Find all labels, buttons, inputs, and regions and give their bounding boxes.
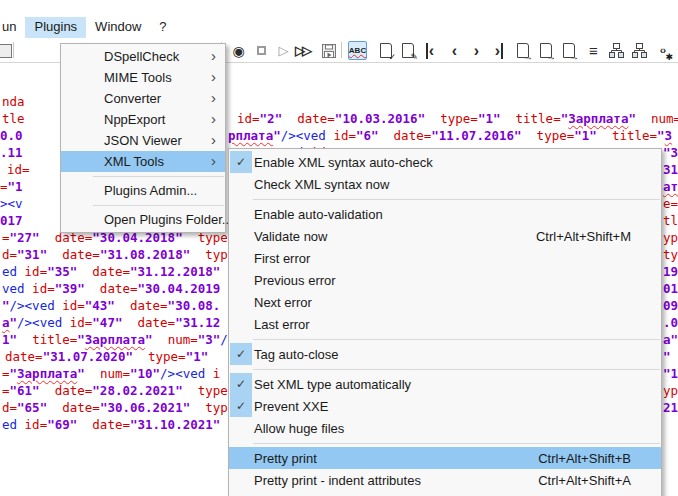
plugins-menu-item-xml-tools[interactable]: XML Tools› xyxy=(61,151,225,172)
editor-text-line: ed id="35" date="31.12.2018" xyxy=(2,263,220,280)
xml-tools-menu-item-next-error[interactable]: Next error xyxy=(229,291,661,313)
xml-gear-icon[interactable]: ‹›✱ xyxy=(653,41,672,60)
editor-text-line: tl xyxy=(663,212,678,229)
xml-tools-menu-item-check-xml-syntax-now[interactable]: Check XML syntax now xyxy=(229,173,661,195)
xml-tools-menu-item-prevent-xxe[interactable]: ✓Prevent XXE xyxy=(229,395,661,417)
doc-check-icon[interactable]: ✓ xyxy=(376,41,395,60)
tree-view-icon[interactable] xyxy=(607,41,626,60)
editor-text-line: date="31.07.2020" type="1" xyxy=(5,348,208,365)
plugins-menu-item-plugins-admin[interactable]: Plugins Admin... xyxy=(61,180,225,201)
submenu-arrow-icon: › xyxy=(211,132,216,147)
next-error-nav-icon[interactable]: › xyxy=(467,41,486,60)
menubar-item-help[interactable]: ? xyxy=(150,17,175,38)
macro-save-icon[interactable] xyxy=(319,41,338,60)
first-error-nav-icon[interactable]: ‹ xyxy=(421,41,440,60)
plugins-menu-separator xyxy=(93,176,224,177)
menubar-item-plugins[interactable]: Plugins xyxy=(25,17,86,38)
prev-error-nav-icon[interactable]: ‹ xyxy=(445,41,464,60)
submenu-arrow-icon: › xyxy=(211,69,216,84)
editor-text-line: рплата"/><ved id="6" date="11.07.2016" t… xyxy=(228,127,672,144)
last-error-nav-icon[interactable]: › xyxy=(489,41,508,60)
xml-tools-menu-separator xyxy=(253,443,660,444)
plugins-menu-item-label: Open Plugins Folder... xyxy=(61,212,233,227)
plugins-menu-item-open-plugins-folder[interactable]: Open Plugins Folder... xyxy=(61,209,225,230)
xml-tools-menu-item-first-error[interactable]: First error xyxy=(229,247,661,269)
doc-edit-icon[interactable]: ✎ xyxy=(398,41,417,60)
doc-arrow-icon[interactable]: → xyxy=(536,41,555,60)
editor-text-line: 0.0 xyxy=(0,127,23,144)
editor-text-line: e= xyxy=(663,195,678,212)
xml-tools-menu-item-pretty-print-indent-attributes[interactable]: Pretty print - indent attributesCtrl+Alt… xyxy=(229,469,661,491)
doc-arrow-icon[interactable]: → xyxy=(559,41,578,60)
macro-record-icon[interactable]: ◉ xyxy=(229,41,248,60)
submenu-arrow-icon: › xyxy=(211,90,216,105)
plugins-menu-item-label: Converter xyxy=(61,91,161,106)
xml-tools-menu-item-allow-huge-files[interactable]: Allow huge files xyxy=(229,417,661,439)
checkmark-icon: ✓ xyxy=(230,395,252,417)
plugins-menu-item-label: Plugins Admin... xyxy=(61,183,197,198)
macro-run-multiple-icon[interactable]: ▷▷ xyxy=(294,41,313,60)
editor-text-line: nda xyxy=(2,93,25,110)
plugins-menu-item-converter[interactable]: Converter› xyxy=(61,88,225,109)
macro-stop-icon[interactable] xyxy=(252,41,271,60)
plugins-menu-item-label: XML Tools xyxy=(61,154,164,169)
editor-text-line: 21 xyxy=(663,399,678,416)
menubar-item-run[interactable]: un xyxy=(0,17,25,38)
doc-arrow-icon[interactable]: → xyxy=(513,41,532,60)
xml-tools-menu-item-label: Enable auto-validation xyxy=(229,207,383,222)
xml-tools-menu-separator xyxy=(253,369,660,370)
editor-text-line: ty xyxy=(663,246,678,263)
xml-tools-menu-item-validate-now[interactable]: Validate nowCtrl+Alt+Shift+M xyxy=(229,225,661,247)
xml-tools-menu-item-pretty-print[interactable]: Pretty printCtrl+Alt+Shift+B xyxy=(229,447,661,469)
plugins-menu-item-nppexport[interactable]: NppExport› xyxy=(61,109,225,130)
editor-text-line: ><v xyxy=(0,195,23,212)
editor-text-line: .11 xyxy=(0,144,23,161)
xml-tools-menu-item-last-error[interactable]: Last error xyxy=(229,313,661,335)
xml-tools-menu-item-label: Check XML syntax now xyxy=(229,177,389,192)
submenu-arrow-icon: › xyxy=(211,48,216,63)
xml-tools-menu-item-pretty-print-indent-only[interactable]: Pretty print - indent only xyxy=(229,491,661,496)
xml-tools-menu-item-previous-error[interactable]: Previous error xyxy=(229,269,661,291)
xml-tools-menu-item-set-xml-type-automatically[interactable]: ✓Set XML type automatically xyxy=(229,373,661,395)
tree-view-alt-icon[interactable] xyxy=(630,41,649,60)
xml-tools-menu-item-label: Pretty print xyxy=(229,451,317,466)
function-list-icon[interactable]: ≡ xyxy=(584,41,603,60)
editor-text-line: " xyxy=(663,348,671,365)
xml-tools-menu-item-label: First error xyxy=(229,251,310,266)
editor-text-line: ="1 xyxy=(0,178,23,195)
toolbar-separator xyxy=(341,42,342,58)
editor-text-line: 015 xyxy=(663,280,678,297)
plugins-menu-item-label: MIME Tools xyxy=(61,70,172,85)
tray-partial-icon[interactable] xyxy=(0,41,14,60)
editor-text-line: ved id="39" date="30.04.2019 xyxy=(2,280,220,297)
menubar-item-window[interactable]: Window xyxy=(86,17,150,38)
editor-text-line: 1" title="Зарплата" num="3"/ xyxy=(2,331,228,348)
editor-text-line: a" xyxy=(663,331,678,348)
editor-text-line: "З xyxy=(663,144,678,161)
plugins-menu-item-json-viewer[interactable]: JSON Viewer› xyxy=(61,130,225,151)
plugins-menu-item-dspellcheck[interactable]: DSpellCheck› xyxy=(61,46,225,67)
plugins-menu-item-mime-tools[interactable]: MIME Tools› xyxy=(61,67,225,88)
submenu-arrow-icon: › xyxy=(211,153,216,168)
editor-text-line: yp xyxy=(663,229,678,246)
xml-tools-menu-item-label: Validate now xyxy=(229,229,327,244)
xml-tools-menu-item-label: Pretty print - indent attributes xyxy=(229,473,421,488)
xml-tools-menu-item-tag-auto-close[interactable]: ✓Tag auto-close xyxy=(229,343,661,365)
xml-tools-menu-item-enable-xml-syntax-auto-check[interactable]: ✓Enable XML syntax auto-check xyxy=(229,151,661,173)
xml-tools-menu-item-label: Set XML type automatically xyxy=(229,377,411,392)
xml-tools-menu-separator xyxy=(253,339,660,340)
editor-text-line: а"/><ved id="47" date="31.12 xyxy=(2,314,220,331)
macro-play-icon[interactable]: ▷ xyxy=(274,41,293,60)
checkmark-icon: ✓ xyxy=(230,373,252,395)
editor-text-line: "/><ved id="43" date="30.08. xyxy=(2,297,220,314)
editor-text-line: 19 xyxy=(663,263,678,280)
menubar: unPluginsWindow? xyxy=(0,0,678,40)
editor-text-line: ed id="69" date="31.10.2021" xyxy=(2,416,220,433)
plugins-dropdown-menu: DSpellCheck›MIME Tools›Converter›NppExpo… xyxy=(60,43,226,233)
xml-tools-menu-item-enable-auto-validation[interactable]: Enable auto-validation xyxy=(229,203,661,225)
checkmark-icon: ✓ xyxy=(230,151,252,173)
spellcheck-abc-icon[interactable]: ABC xyxy=(348,41,367,60)
xml-tools-menu-item-label: Previous error xyxy=(229,273,336,288)
editor-text-line: 31 xyxy=(663,161,678,178)
editor-text-line: tle xyxy=(2,110,25,127)
